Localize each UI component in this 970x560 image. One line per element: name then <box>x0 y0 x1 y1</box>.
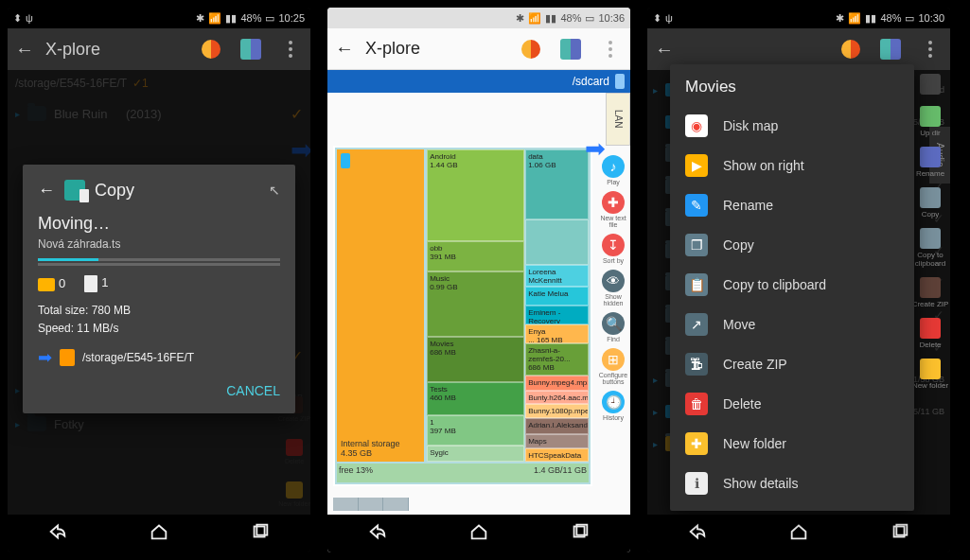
copy-icon <box>64 180 85 201</box>
treemap-cell[interactable]: data1.06 GB <box>525 149 589 219</box>
breadcrumb[interactable]: /sdcard <box>327 70 630 93</box>
menu-new-folder[interactable]: ✚New folder <box>670 424 914 464</box>
treemap-cell[interactable]: Movies686 MB <box>427 337 524 383</box>
nav-home-icon[interactable] <box>788 521 809 546</box>
treemap-cell[interactable]: Adrian.I.Aleksandr-... <box>525 418 589 434</box>
bookmark-icon[interactable] <box>838 37 863 61</box>
treemap-cell[interactable]: Bunny.mpeg4.mp3... <box>525 376 589 391</box>
bookmark-icon[interactable] <box>519 37 543 61</box>
treemap-cell[interactable]: HTCSpeakData138 MB <box>525 448 589 462</box>
side-tool-history[interactable]: 🕘History <box>602 391 625 421</box>
treemap-cell[interactable]: Sygic <box>427 446 524 462</box>
side-new-folder[interactable]: New folder <box>912 359 948 390</box>
pane-toggle-icon[interactable] <box>238 37 263 61</box>
side-copy-to-clipboard[interactable]: Copy to clipboard <box>910 228 950 268</box>
side-delete[interactable]: Delete <box>919 318 941 349</box>
nav-recent-icon[interactable] <box>250 521 271 546</box>
folder-icon <box>38 278 55 291</box>
menu-copy[interactable]: ❐Copy <box>670 225 914 265</box>
nav-recent-icon[interactable] <box>890 521 910 546</box>
treemap-cell[interactable]: Bunty.h264.aac.m... <box>525 391 589 404</box>
side-item[interactable] <box>920 74 941 96</box>
app-title: X-plore <box>45 40 184 60</box>
side-rename[interactable]: Rename <box>916 147 944 178</box>
treemap-cell[interactable]: Bunny.1080p.mpeg... <box>525 404 589 417</box>
dialog-back-icon[interactable]: ← <box>38 181 55 201</box>
menu-copy-to-clipboard[interactable]: 📋Copy to clipboard <box>670 265 914 305</box>
lan-tab[interactable]: LAN <box>606 93 630 146</box>
back-icon[interactable]: ← <box>15 39 34 61</box>
overflow-icon[interactable] <box>918 37 943 61</box>
treemap-cell[interactable]: Enya... 165 MB <box>525 324 589 343</box>
treemap-cell[interactable] <box>525 219 589 265</box>
nav-back-icon[interactable] <box>687 521 708 546</box>
nav-back-icon[interactable] <box>367 521 388 546</box>
side-tool-configure-buttons[interactable]: ⊞Configure buttons <box>596 348 630 385</box>
arrow-right-icon: ➡ <box>38 347 52 368</box>
treemap-cell[interactable]: Eminem - Recovery <box>525 306 589 324</box>
app-toolbar: ← X-plore <box>327 28 630 70</box>
nav-home-icon[interactable] <box>468 521 489 546</box>
phone-icon <box>615 74 625 89</box>
side-up-dir[interactable]: Up dir <box>920 106 941 137</box>
treemap-cell[interactable]: Music0.99 GB <box>427 271 524 337</box>
dialog-destination: ➡ /storage/E545-16FE/T <box>38 347 280 368</box>
dialog-total: Total size: 780 MB <box>38 302 280 320</box>
side-delete[interactable]: Delete <box>285 439 304 464</box>
treemap-cell[interactable]: Zhasni-a-zemřeš-20...686 MB <box>525 343 589 376</box>
copy-dialog: ← Copy ↖ Moving… Nová záhrada.ts 0 1 Tot… <box>23 165 295 413</box>
menu-delete[interactable]: 🗑Delete <box>670 384 914 424</box>
scroll-indicator[interactable] <box>333 498 409 511</box>
status-bar: ⬍ψ ✱📶▮▮ 48%▭ 10:30 <box>647 8 950 28</box>
phone-icon <box>341 153 350 168</box>
folder-row[interactable]: ▸ Blue Ruin (2013) ✓ <box>8 96 310 131</box>
pane-arrow-icon[interactable]: ➡ <box>585 134 606 164</box>
side-copy[interactable]: Copy <box>920 187 941 219</box>
file-icon <box>84 275 97 292</box>
context-menu: Movies ◉Disk map▶Show on right✎Rename❐Co… <box>670 64 914 511</box>
treemap-cell[interactable]: Loreena McKennitt <box>525 265 589 287</box>
bookmark-icon[interactable] <box>199 37 223 61</box>
dialog-speed: Speed: 11 MB/s <box>38 320 280 338</box>
context-menu-title: Movies <box>670 72 914 106</box>
treemap-root[interactable]: Internal storage4.35 GB <box>337 149 424 462</box>
breadcrumb[interactable]: /storage/E545-16FE/T✓1 <box>8 70 310 96</box>
sdcard-icon <box>60 349 75 366</box>
app-title: X-plore <box>365 39 503 59</box>
side-tool-show-hidden[interactable]: 👁Show hidden <box>596 270 630 306</box>
pane-toggle-icon[interactable] <box>558 37 583 61</box>
progress-bar <box>38 258 280 261</box>
side-tool-find[interactable]: 🔍Find <box>602 312 625 342</box>
side-tool-sort-by[interactable]: ↧Sort by <box>602 234 625 264</box>
cancel-button[interactable]: CANCEL <box>38 383 280 398</box>
overflow-icon[interactable] <box>278 37 303 61</box>
treemap-cell[interactable]: 1397 MB <box>427 415 524 446</box>
side-new-folder[interactable]: New folder <box>278 481 309 507</box>
menu-disk-map[interactable]: ◉Disk map <box>670 106 914 146</box>
disk-treemap[interactable]: Internal storage4.35 GB Android1.44 GBob… <box>333 146 592 486</box>
back-icon[interactable]: ← <box>335 38 354 60</box>
pane-toggle-icon[interactable] <box>878 37 903 61</box>
side-tool-new-text-file[interactable]: ✚New text file <box>596 191 630 228</box>
menu-show-on-right[interactable]: ▶Show on right <box>670 146 914 185</box>
nav-bar <box>647 515 950 552</box>
menu-move[interactable]: ↗Move <box>670 305 914 344</box>
nav-back-icon[interactable] <box>47 521 68 546</box>
dialog-status: Moving… <box>38 214 280 234</box>
collapse-icon[interactable]: ↖ <box>269 183 280 198</box>
menu-show-details[interactable]: ℹShow details <box>670 464 914 503</box>
overflow-icon[interactable] <box>598 37 623 61</box>
menu-create-zip[interactable]: 🗜Create ZIP <box>670 344 914 384</box>
nav-recent-icon[interactable] <box>570 521 591 546</box>
status-bar: ⬍ψ ✱📶▮▮ 48%▭ 10:25 <box>8 8 310 28</box>
treemap-cell[interactable]: Katie Melua <box>525 287 589 306</box>
nav-home-icon[interactable] <box>149 521 169 546</box>
treemap-cell[interactable]: Tests460 MB <box>427 382 524 415</box>
back-icon[interactable]: ← <box>655 39 674 61</box>
treemap-cell[interactable]: Maps <box>525 434 589 447</box>
dialog-counts: 0 1 <box>38 275 280 292</box>
treemap-cell[interactable]: obb391 MB <box>427 241 524 271</box>
treemap-cell[interactable]: Android1.44 GB <box>427 149 524 241</box>
side-create-zip[interactable]: Create ZIP <box>912 277 949 308</box>
menu-rename[interactable]: ✎Rename <box>670 185 914 225</box>
